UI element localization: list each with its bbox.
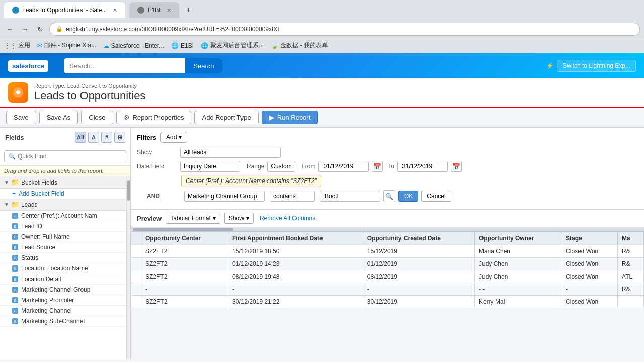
field-location-detail: a Location Detail <box>0 274 126 285</box>
report-title: Leads to Opportunities <box>34 89 145 102</box>
range-label: Range <box>247 163 264 170</box>
run-report-label: Run Report <box>277 114 310 121</box>
bookmark-jinshu[interactable]: 🍃 金数据 - 我的表单 <box>271 41 328 50</box>
bookmark-email[interactable]: ✉ 邮件 - Sophie Xia... <box>37 41 96 50</box>
show-select[interactable]: All leads <box>180 147 281 158</box>
cell-2-2: 08/12/2019 19:48 <box>228 270 363 283</box>
filter-condition-1: Center (Pref.): Account Name contains "S… <box>181 175 321 187</box>
tab-label-e1bi: E1BI <box>147 7 160 14</box>
e1bi-bookmark-icon: 🌐 <box>171 42 179 49</box>
cell-0-5: Closed Won <box>561 245 618 258</box>
field-icon-mktgp: a <box>12 297 18 303</box>
field-mktg-channel: a Marketing Channel <box>0 306 126 316</box>
report-header: Report Type: Lead Convert to Opportunity… <box>0 78 644 108</box>
remove-all-columns-link[interactable]: Remove All Columns <box>260 215 315 222</box>
field-label-locname: Location: Location Name <box>21 265 88 272</box>
date-field-select[interactable]: Inquiry Date <box>180 161 240 172</box>
tab-close-leads[interactable]: ✕ <box>113 7 117 14</box>
field-list-scrollbar[interactable] <box>126 176 130 360</box>
show-button[interactable]: Show ▾ <box>224 213 254 224</box>
cell-1-2: 01/12/2019 14:23 <box>228 258 363 270</box>
add-filter-button[interactable]: Add ▾ <box>160 132 187 143</box>
header-right: ⚡ Switch to Lightning Exp... <box>546 60 636 72</box>
cell-0-3: 15/12/2019 <box>363 245 474 258</box>
close-button[interactable]: Close <box>81 111 113 124</box>
from-calendar-icon[interactable]: 📅 <box>372 161 383 172</box>
cell-1-0 <box>131 258 141 270</box>
filter-cancel-button[interactable]: Cancel <box>421 191 451 202</box>
from-date-input[interactable] <box>318 161 369 172</box>
add-report-type-button[interactable]: Add Report Type <box>194 111 258 124</box>
filter2-search-button[interactable]: 🔍 <box>383 190 395 202</box>
cell-0-1: SZ2FT2 <box>141 245 228 258</box>
lock-icon: 🔒 <box>56 26 63 32</box>
report-properties-button[interactable]: ⚙ Report Properties <box>116 111 192 124</box>
new-tab-button[interactable]: + <box>182 4 194 16</box>
tab-leads[interactable]: Leads to Opportunities ~ Sale... ✕ <box>4 2 125 18</box>
format-button[interactable]: Tabular Format ▾ <box>166 213 220 224</box>
field-label-locdetail: Location Detail <box>21 276 61 283</box>
bucket-fields-header[interactable]: ▼ 📁 Bucket Fields <box>0 176 126 189</box>
lightning-icon: ⚡ <box>546 62 554 69</box>
data-table-wrap[interactable]: Opportunity Center First Appointment Boo… <box>131 231 644 360</box>
date-fields-tab[interactable]: ⊞ <box>114 132 125 143</box>
from-label: From <box>301 163 315 170</box>
global-search-input[interactable] <box>64 62 185 70</box>
field-label-mktgp: Marketing Promoter <box>21 297 74 304</box>
numeric-fields-tab[interactable]: # <box>101 132 112 143</box>
cell-3-0 <box>131 283 141 296</box>
save-button[interactable]: Save <box>6 111 36 124</box>
cell-3-2: - <box>228 283 363 296</box>
format-arrow: ▾ <box>213 215 216 222</box>
tab-close-e1bi[interactable]: ✕ <box>167 7 171 14</box>
tab-e1bi[interactable]: E1BI ✕ <box>129 2 179 18</box>
table-header-row: Opportunity Center First Appointment Boo… <box>131 232 644 245</box>
field-icon-mktgsc: a <box>12 318 18 324</box>
filter2-value-input[interactable] <box>320 191 380 202</box>
col-header-opportunity-center: Opportunity Center <box>141 232 228 245</box>
bookmark-apps[interactable]: ⋮⋮ 应用 <box>4 41 30 50</box>
reload-button[interactable]: ↻ <box>34 23 46 35</box>
run-report-button[interactable]: ▶ Run Report <box>262 111 318 124</box>
main-area: Fields All A # ⊞ 🔍 Drag and drop to add … <box>0 128 644 360</box>
save-as-button[interactable]: Save As <box>39 111 78 124</box>
field-search-input[interactable] <box>18 153 122 160</box>
filter2-op-select[interactable]: contains <box>270 191 315 202</box>
table-row: SZ2FT2 15/12/2019 18:50 15/12/2019 Maria… <box>131 245 644 258</box>
to-date-input[interactable] <box>397 161 448 172</box>
preview-table: Opportunity Center First Appointment Boo… <box>131 231 644 308</box>
filter2-field-select[interactable]: Marketing Channel Group <box>184 191 265 202</box>
show-filter-row: Show All leads <box>137 147 638 158</box>
leads-group-header[interactable]: ▼ 📁 Leads <box>0 199 126 211</box>
tab-label-leads: Leads to Opportunities ~ Sale... <box>22 7 107 14</box>
juma-icon: 🌐 <box>201 42 208 49</box>
add-bucket-field-item[interactable]: + Add Bucket Field <box>0 189 126 199</box>
field-icon-center: a <box>12 213 18 219</box>
lightning-switch-button[interactable]: Switch to Lightning Exp... <box>557 60 636 72</box>
all-fields-tab[interactable]: All <box>75 132 86 143</box>
cell-0-0 <box>131 245 141 258</box>
field-search-box: 🔍 <box>4 150 126 162</box>
table-row: - - - - - - R& <box>131 283 644 296</box>
bookmark-juma[interactable]: 🌐 聚麦网后台管理系... <box>201 41 264 50</box>
show-label: Show <box>229 215 244 222</box>
filter-ok-button[interactable]: OK <box>398 191 418 202</box>
show-arrow: ▾ <box>246 215 249 222</box>
address-bar[interactable]: 🔒 english1.my.salesforce.com/00O0I000009… <box>49 23 640 36</box>
play-icon: ▶ <box>269 114 274 121</box>
and-label: AND <box>137 193 181 200</box>
range-select[interactable]: Custom <box>267 161 295 172</box>
table-body: SZ2FT2 15/12/2019 18:50 15/12/2019 Maria… <box>131 245 644 308</box>
bookmark-apps-label: 应用 <box>18 41 30 50</box>
field-status: a Status <box>0 253 126 263</box>
global-search-button[interactable]: Search <box>185 58 222 73</box>
to-calendar-icon[interactable]: 📅 <box>451 161 462 172</box>
alpha-fields-tab[interactable]: A <box>88 132 99 143</box>
bookmark-juma-label: 聚麦网后台管理系... <box>210 41 264 50</box>
cell-4-6 <box>618 296 644 308</box>
bookmark-salesforce[interactable]: ☁ Salesforce - Enter... <box>103 42 164 49</box>
back-button[interactable]: ← <box>4 23 16 35</box>
bookmark-e1bi[interactable]: 🌐 E1BI <box>171 42 194 49</box>
forward-button[interactable]: → <box>19 23 31 35</box>
col-header-stage: Stage <box>561 232 618 245</box>
